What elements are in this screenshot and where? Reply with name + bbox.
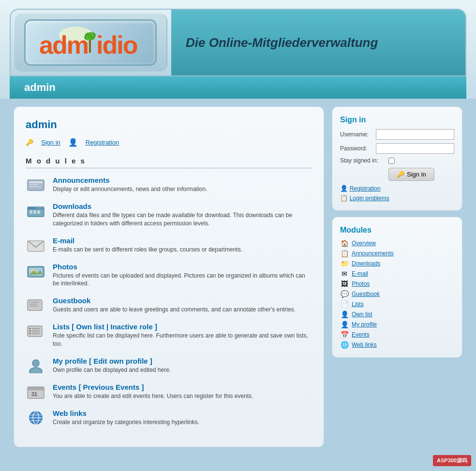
announcements-mod-icon: 📋 [340,250,349,257]
watermark: ASP300源码 [433,455,471,466]
events-content: Events [ Previous Events ] You are able … [53,383,253,400]
guestbook-mod-link[interactable]: Guestbook [352,291,380,297]
svg-rect-29 [29,330,31,332]
auth-links: 🔑 Sign in 👤 Registration [26,138,312,147]
weblinks-mod-link[interactable]: Web links [352,341,377,348]
module-events: 31 Events [ Previous Events ] You are ab… [26,383,312,400]
list-item: 👤 My profile [340,321,454,328]
downloads-content: Downloads Different data files and file … [53,202,312,228]
myprofile-icon [26,357,46,374]
list-item: 🏠 Overview [340,239,454,247]
email-icon [26,236,46,254]
login-icon-right: 📋 [340,194,348,202]
username-row: Username: [340,129,454,140]
weblinks-title[interactable]: Web links [53,409,199,417]
module-announcements: Announcements Display or edit announceme… [26,176,312,193]
lists-title: Lists [ Own list | Inactive role ] [53,323,312,331]
announcements-content: Announcements Display or edit announceme… [53,176,208,193]
weblinks-content: Web links Create and organize by categor… [53,409,199,427]
lists-title-link[interactable]: Lists [53,323,70,331]
own-list-link[interactable]: Own list [76,323,104,331]
ownlist-mod-link[interactable]: Own list [352,311,372,318]
module-email: E-mail E-mails can be sent to different … [26,236,312,254]
list-item: 🖼 Photos [340,280,454,288]
downloads-mod-link[interactable]: Downloads [352,260,380,267]
photos-title[interactable]: Photos [53,263,312,271]
modules-box-title: Modules [340,226,454,235]
username-input[interactable] [376,129,454,140]
lists-icon [26,323,46,340]
overview-link[interactable]: Overview [352,240,376,247]
events-title: Events [ Previous Events ] [53,383,253,391]
header-inner: adm idio Die Online-Mitgliederverwaltung [10,9,466,76]
ownlist-mod-icon: 👤 [340,310,349,318]
svg-rect-31 [29,333,31,334]
svg-rect-15 [30,210,32,214]
announcements-mod-link[interactable]: Announcements [352,250,394,257]
events-desc: You are able to create and edit events h… [53,392,253,400]
guestbook-content: Guestbook Guests and users are able to l… [53,296,296,314]
myprofile-title-link[interactable]: My profile [53,357,87,365]
myprofile-desc: Own profile can be displayed and edited … [53,366,171,374]
events-mod-link[interactable]: Events [352,331,370,338]
left-panel: admin 🔑 Sign in 👤 Registration M o d u l… [14,106,324,447]
guestbook-title[interactable]: Guestbook [53,296,296,305]
svg-rect-23 [29,302,40,303]
svg-rect-11 [29,186,41,187]
myprofile-title: My profile [ Edit own profile ] [53,357,171,365]
announcements-desc: Display or edit announcements, news and … [53,185,208,193]
signin-btn-label: Sign in [407,171,426,178]
events-title-link[interactable]: Events [53,383,76,391]
overview-icon: 🏠 [340,239,349,247]
events-icon: 31 [26,383,46,400]
list-item: 🌐 Web links [340,341,454,349]
password-input[interactable] [376,143,454,154]
svg-rect-9 [29,181,43,183]
list-item: 📄 Lists [340,300,454,308]
announcements-title[interactable]: Announcements [53,176,208,184]
photos-mod-link[interactable]: Photos [352,280,370,287]
edit-own-profile-link[interactable]: Edit own profile [93,357,148,365]
svg-rect-17 [37,210,40,214]
photos-mod-icon: 🖼 [340,280,349,288]
inactive-role-link[interactable]: Inactive role [110,323,153,331]
lists-mod-link[interactable]: Lists [352,301,364,308]
svg-rect-16 [33,210,36,214]
registration-link[interactable]: Registration [86,139,119,146]
login-problems-link[interactable]: Login problems [350,195,389,202]
modules-box: Modules 🏠 Overview 📋 Announcements 📁 Dow… [332,217,462,358]
email-mod-link[interactable]: E-mail [352,270,368,277]
right-links: 👤 Registration 📋 Login problems [340,185,454,202]
email-mod-icon: ✉ [340,270,349,278]
signin-button[interactable]: 🔑 Sign in [388,168,434,181]
login-problems-row: 📋 Login problems [340,194,454,202]
password-row: Password: [340,143,454,154]
previous-events-link[interactable]: Previous Events [83,383,140,391]
lists-mod-icon: 📄 [340,300,349,308]
email-title[interactable]: E-mail [53,236,242,245]
svg-point-34 [30,368,42,373]
weblinks-icon [26,409,46,427]
registration-right-link[interactable]: Registration [350,185,381,192]
email-content: E-mail E-mails can be sent to different … [53,236,242,254]
module-downloads: Downloads Different data files and file … [26,202,312,228]
svg-rect-27 [29,328,31,329]
stay-signed-checkbox[interactable] [388,158,395,164]
module-guestbook: Guestbook Guests and users are able to l… [26,296,312,314]
svg-rect-22 [28,300,42,310]
myprofile-mod-link[interactable]: My profile [352,321,377,328]
svg-text:adm: adm [39,31,88,59]
key-icon-btn: 🔑 [397,171,404,178]
svg-rect-25 [29,306,39,307]
signin-box: Sign in Username: Password: Stay signed … [332,106,462,211]
admin-name: admin [24,81,56,93]
key-icon: 🔑 [26,139,33,146]
svg-point-33 [32,360,39,367]
email-desc: E-mails can be sent to different roles l… [53,246,242,254]
list-item: 📁 Downloads [340,260,454,267]
downloads-title[interactable]: Downloads [53,202,312,210]
photos-desc: Pictures of events can be uploaded and d… [53,272,312,288]
site-title: Die Online-Mitgliederverwaltung [186,35,451,50]
signin-link[interactable]: Sign in [41,139,60,146]
header-title-area: Die Online-Mitgliederverwaltung [171,10,465,75]
